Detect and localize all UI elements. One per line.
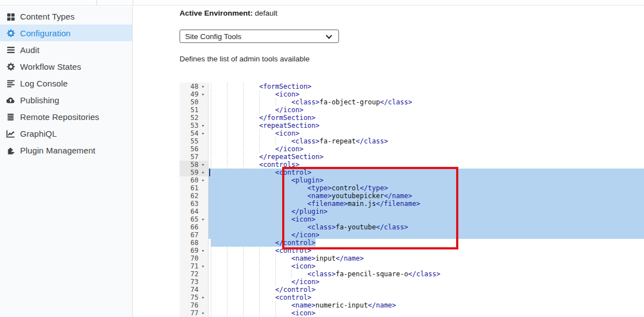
sidebar-item-workflow-states[interactable]: Workflow States	[0, 58, 132, 75]
indent-guide	[259, 208, 275, 215]
code-line[interactable]: <type>control</type>	[209, 184, 644, 192]
editor-code-area[interactable]: <formSection><icon><class>fa-object-grou…	[209, 83, 644, 317]
gutter-row: 54▾	[180, 129, 208, 137]
code-line-content: <control>	[211, 169, 312, 176]
code-line[interactable]: </control>	[209, 239, 644, 247]
sidebar-item-publishing[interactable]: Publishing	[0, 92, 132, 108]
code-line[interactable]: </formSection>	[209, 114, 644, 122]
code-line[interactable]: <icon>	[209, 215, 644, 223]
indent-guide	[275, 184, 292, 192]
gutter-row: 63	[180, 200, 208, 208]
xml-tag: </name>	[336, 254, 364, 262]
fold-arrow-icon[interactable]: ▾	[198, 169, 207, 176]
code-line[interactable]: </icon>	[209, 145, 644, 153]
code-line-content: </control>	[211, 286, 316, 294]
code-line[interactable]: <icon>	[209, 129, 644, 137]
sidebar-item-remote-repositories[interactable]: Remote Repositories	[0, 108, 132, 125]
indent-guide	[275, 137, 292, 145]
code-line[interactable]: <controls>	[209, 161, 644, 169]
fold-arrow-icon[interactable]: ▾	[198, 161, 207, 169]
sidebar-item-plugin-management[interactable]: Plugin Management	[0, 142, 132, 158]
sidebar-item-audit[interactable]: Audit	[0, 41, 132, 58]
fold-arrow-icon[interactable]: ▾	[198, 262, 207, 270]
xml-text: youtubepicker	[332, 192, 384, 200]
code-line[interactable]: </plugin>	[209, 208, 644, 215]
code-line[interactable]: </repeatSection>	[209, 153, 644, 161]
tool-select[interactable]: Site Config Tools	[180, 30, 339, 43]
indent-guide	[259, 278, 275, 286]
code-line[interactable]: <plugin>	[209, 176, 644, 184]
line-number: 59	[180, 169, 198, 176]
fold-arrow-icon[interactable]: ▾	[198, 122, 207, 129]
indent-guide	[243, 239, 259, 247]
code-line[interactable]: <control>	[209, 294, 644, 301]
indent-guide	[243, 192, 259, 200]
code-line[interactable]: </control>	[209, 286, 644, 294]
code-line[interactable]: </icon>	[209, 231, 644, 239]
code-line[interactable]: <filename>main.js</filename>	[209, 200, 644, 208]
code-line-content: <icon>	[211, 215, 316, 223]
line-number: 58	[180, 161, 198, 169]
fold-arrow-icon[interactable]: ▾	[198, 309, 207, 317]
gutter-row: 55	[180, 137, 208, 145]
code-line[interactable]: <repeatSection>	[209, 122, 644, 129]
sidebar-item-label: Content Types	[20, 12, 75, 21]
indent-guide	[227, 215, 243, 223]
line-number: 55	[180, 137, 198, 145]
sidebar-item-log-console[interactable]: Log Console	[0, 75, 132, 92]
indent-guide	[275, 98, 292, 106]
indent-guide	[291, 223, 307, 231]
indent-guide	[211, 270, 227, 278]
fold-arrow-icon[interactable]: ▾	[198, 129, 207, 137]
indent-guide	[227, 90, 243, 98]
code-line[interactable]: </icon>	[209, 106, 644, 114]
indent-guide	[211, 161, 227, 169]
indent-guide	[227, 192, 243, 200]
fold-arrow-icon[interactable]: ▾	[198, 247, 207, 254]
indent-guide	[211, 247, 227, 254]
code-line[interactable]: <icon>	[209, 90, 644, 98]
line-number: 62	[180, 192, 198, 200]
line-number: 56	[180, 145, 198, 153]
indent-guide	[259, 309, 275, 317]
code-line-content: </icon>	[211, 106, 303, 114]
code-line[interactable]: <name>numeric-input</name>	[209, 301, 644, 309]
fold-arrow-icon[interactable]: ▾	[198, 83, 207, 90]
code-line[interactable]: <name>youtubepicker</name>	[209, 192, 644, 200]
code-line[interactable]: <control>	[209, 247, 644, 254]
gutter-row: 73	[180, 278, 208, 286]
indent-guide	[211, 122, 227, 129]
xml-tag: <icon>	[291, 309, 315, 317]
code-line[interactable]: <class>fa-object-group</class>	[209, 98, 644, 106]
indent-guide	[227, 223, 243, 231]
gutter-row: 58▾	[180, 161, 208, 169]
xml-text: control	[332, 184, 360, 192]
code-line[interactable]: <class>fa-pencil-square-o</class>	[209, 270, 644, 278]
xml-text: fa-youtube	[336, 223, 376, 231]
code-line[interactable]: <class>fa-repeat</class>	[209, 137, 644, 145]
sidebar-item-content-types[interactable]: Content Types	[0, 8, 132, 25]
gutter-row: 76	[180, 301, 208, 309]
indent-guide	[211, 176, 227, 184]
code-line-content: <plugin>	[211, 176, 323, 184]
sidebar-item-configuration[interactable]: Configuration	[0, 25, 132, 41]
xml-text: fa-repeat	[319, 137, 356, 145]
code-line[interactable]: <name>input</name>	[209, 254, 644, 262]
code-line[interactable]: <control>	[209, 169, 644, 176]
indent-guide	[211, 262, 227, 270]
code-line[interactable]: <class>fa-youtube</class>	[209, 223, 644, 231]
code-line[interactable]: <icon>	[209, 262, 644, 270]
fold-arrow-icon[interactable]: ▾	[198, 176, 207, 184]
code-line[interactable]: </icon>	[209, 278, 644, 286]
fold-arrow-icon[interactable]: ▾	[198, 215, 207, 223]
code-line[interactable]: <formSection>	[209, 83, 644, 90]
sidebar-item-graphiql[interactable]: GraphiQL	[0, 125, 132, 142]
code-line[interactable]: <icon>	[209, 309, 644, 317]
indent-guide	[275, 278, 292, 286]
fold-arrow-icon[interactable]: ▾	[198, 90, 207, 98]
fold-arrow-icon[interactable]: ▾	[198, 294, 207, 301]
line-number: 66	[180, 223, 198, 231]
code-editor[interactable]: 48▾49▾50515253▾54▾55565758▾59▾60▾6162636…	[180, 83, 644, 317]
line-number: 53	[180, 122, 198, 129]
xml-tag: <class>	[291, 137, 319, 145]
